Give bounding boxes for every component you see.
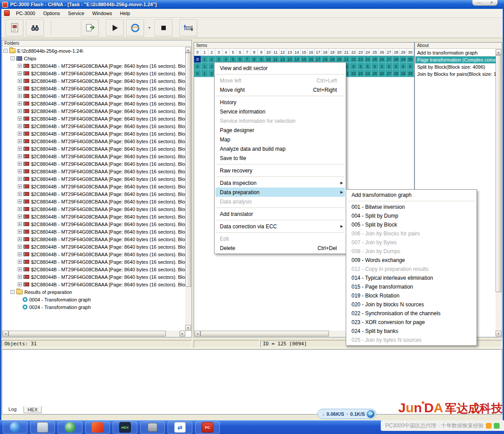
tree-expander-icon[interactable] xyxy=(18,124,22,128)
tree-expander-icon[interactable] xyxy=(18,245,22,249)
menu-item-service[interactable]: Service xyxy=(64,10,88,17)
tree-chips-folder[interactable]: Chips xyxy=(3,55,185,62)
tree-expander-icon[interactable] xyxy=(18,132,22,136)
items-cell[interactable]: 22 xyxy=(350,56,357,63)
taskbar-item-teamviewer[interactable] xyxy=(168,422,192,434)
tree-expander-icon[interactable] xyxy=(18,139,22,143)
tree-chip-item[interactable]: $2C88044B - MT29F64G08CBAAA [Page: 8640 … xyxy=(3,205,185,213)
items-cell[interactable]: 25 xyxy=(371,56,379,63)
items-cell[interactable]: 5 xyxy=(386,63,393,70)
tree-chip-item[interactable]: $2C88044B - MT29F64G08CBAAA [Page: 8640 … xyxy=(3,183,185,190)
tree-expander-icon[interactable] xyxy=(18,275,22,279)
menu-item-help[interactable]: Help xyxy=(116,10,134,17)
scrollbar-thumb[interactable] xyxy=(185,53,191,287)
items-cell[interactable]: 27 xyxy=(386,56,393,63)
items-column-header[interactable]: 24 xyxy=(364,49,371,56)
tree-expander-icon[interactable] xyxy=(18,267,22,271)
tree-expander-icon[interactable] xyxy=(18,177,22,181)
items-cell[interactable]: 0 xyxy=(194,63,201,70)
scroll-up-icon[interactable] xyxy=(496,49,501,55)
capture-widget[interactable] xyxy=(472,0,498,6)
tree-chip-item[interactable]: $2C88044B - MT29F64G08CBAAA [Page: 8640 … xyxy=(3,160,185,168)
scrollbar-track[interactable] xyxy=(8,331,180,336)
items-cell[interactable]: 9 xyxy=(350,63,357,70)
submenu-item-022-synchronisation-of-the-channels[interactable]: 022 - Synchronisation of the channels xyxy=(347,309,476,318)
items-cell[interactable]: 5 xyxy=(379,63,386,70)
items-cell[interactable]: 0 xyxy=(194,70,201,77)
folders-vertical-scrollbar[interactable] xyxy=(185,47,191,331)
context-menu-item-service-information[interactable]: Service information xyxy=(215,107,345,116)
menu-item-pc-3000[interactable]: PC-3000 xyxy=(12,10,39,17)
export-button[interactable] xyxy=(81,20,99,36)
items-column-header[interactable]: 22 xyxy=(350,49,357,56)
items-column-header[interactable]: 26 xyxy=(379,49,386,56)
chevron-down-icon[interactable] xyxy=(491,1,492,4)
context-menu-item-data-preparation[interactable]: Data preparation xyxy=(215,188,345,197)
context-menu-item-move-right[interactable]: Move rightCtrl+Right xyxy=(215,85,345,94)
items-column-header[interactable]: 28 xyxy=(393,49,400,56)
tree-chip-item[interactable]: $2C88044B - MT29F64G08CBAAA [Page: 8640 … xyxy=(3,85,185,92)
stop-button[interactable] xyxy=(155,20,172,36)
context-menu-item-history[interactable]: History xyxy=(215,98,345,107)
tree-expander-icon[interactable] xyxy=(18,94,22,98)
submenu-item-024-split-by-banks[interactable]: 024 - Split by banks xyxy=(347,327,476,336)
search-button[interactable] xyxy=(26,20,44,36)
items-column-header[interactable]: 2 xyxy=(208,49,215,56)
tree-chip-item[interactable]: $2C88044B - MT29F64G08CBAAA [Page: 8640 … xyxy=(3,198,185,205)
items-column-header[interactable]: 25 xyxy=(371,49,379,56)
taskbar-item-internet-explorer[interactable] xyxy=(3,422,27,434)
items-column-header[interactable]: 21 xyxy=(343,49,350,56)
items-cell[interactable]: 6 xyxy=(407,63,414,70)
items-cell[interactable]: 1 xyxy=(201,63,208,70)
items-column-header[interactable]: 19 xyxy=(329,49,336,56)
taskbar-item-pc3000-flash[interactable]: PC xyxy=(195,422,220,434)
tree-chip-item[interactable]: $2C88044B - MT29F64G08CBAAA [Page: 8640 … xyxy=(3,281,185,288)
context-menu-item-data-inspection[interactable]: Data inspection xyxy=(215,178,345,188)
submenu-item-020-join-by-blocks-n-sources[interactable]: 020 - Join by blocks N sources xyxy=(347,300,476,309)
items-column-header[interactable]: 10 xyxy=(265,49,272,56)
tree-result-item[interactable]: 0004 - Transformation graph xyxy=(3,296,185,303)
network-globe-icon[interactable] xyxy=(367,410,375,418)
chip-transfer-button[interactable] xyxy=(180,20,197,36)
tree-expander-icon[interactable] xyxy=(18,117,22,121)
tree-expander-icon[interactable] xyxy=(18,169,22,173)
scroll-right-icon[interactable] xyxy=(180,331,185,336)
items-column-header[interactable]: 17 xyxy=(315,49,322,56)
tree-expander-icon[interactable] xyxy=(18,199,22,203)
items-column-header[interactable]: 20 xyxy=(336,49,343,56)
submenu-item-023-xor-conversion-for-page[interactable]: 023 - XOR conversion for page xyxy=(347,318,476,327)
items-column-header[interactable]: 3 xyxy=(215,49,223,56)
submenu-item-004-split-by-dump[interactable]: 004 - Split by Dump xyxy=(347,211,476,220)
items-cell[interactable]: 5 xyxy=(357,63,364,70)
tree-expander-icon[interactable] xyxy=(18,207,22,211)
items-column-header[interactable]: 6 xyxy=(237,49,244,56)
about-entry-split-by-block-block-size-4096[interactable]: Split by Block(Block size: 4096) xyxy=(415,63,496,70)
about-entry-add-to-transformation-graph[interactable]: Add to transformation graph xyxy=(415,49,496,56)
submenu-item-add-transformation-graph[interactable]: Add transformation graph xyxy=(347,191,476,199)
tree-chip-item[interactable]: $2C88044B - MT29F64G08CBAAA [Page: 8640 … xyxy=(3,77,185,85)
scrollbar-track[interactable] xyxy=(185,53,191,325)
items-column-header[interactable]: 14 xyxy=(293,49,301,56)
tree-chip-item[interactable]: $2C88044B - MT29F64G08CBAAA [Page: 8640 … xyxy=(3,137,185,145)
submenu-item-019-block-rotation[interactable]: 019 - Block Rotation xyxy=(347,291,476,300)
tree-chip-item[interactable]: $2C88044B - MT29F64G08CBAAA [Page: 8640 … xyxy=(3,220,185,228)
tree-expander-icon[interactable] xyxy=(18,109,22,113)
items-column-header[interactable]: 16 xyxy=(308,49,315,56)
tab-hex[interactable]: HEX xyxy=(23,406,42,413)
items-column-header[interactable]: 1 xyxy=(201,49,208,56)
items-column-header[interactable]: 8 xyxy=(251,49,258,56)
items-cell[interactable]: 23 xyxy=(357,70,364,77)
scroll-up-icon[interactable] xyxy=(185,47,191,53)
tree-chip-item[interactable]: $2C88044B - MT29F64G08CBAAA [Page: 8640 … xyxy=(3,175,185,183)
tree-chip-item[interactable]: $2C88044B - MT29F64G08CBAAA [Page: 8640 … xyxy=(3,92,185,100)
taskbar-item-my-computer[interactable] xyxy=(30,422,55,434)
items-cell[interactable]: 26 xyxy=(379,70,386,77)
items-cell[interactable]: 22 xyxy=(350,70,357,77)
submenu-item-005-split-by-block[interactable]: 005 - Split by Block xyxy=(347,220,476,229)
items-cell[interactable]: 26 xyxy=(379,56,386,63)
about-entry-page-transformation-complex-conversion[interactable]: Page transformation (Complex conversion) xyxy=(415,56,496,63)
scroll-left-icon[interactable] xyxy=(3,331,8,336)
items-cell[interactable]: 30 xyxy=(407,70,414,77)
submenu-item-001-bitwise-inversion[interactable]: 001 - Bitwise inversion xyxy=(347,203,476,211)
submenu-item-009-words-exchange[interactable]: 009 - Words exchange xyxy=(347,256,476,265)
